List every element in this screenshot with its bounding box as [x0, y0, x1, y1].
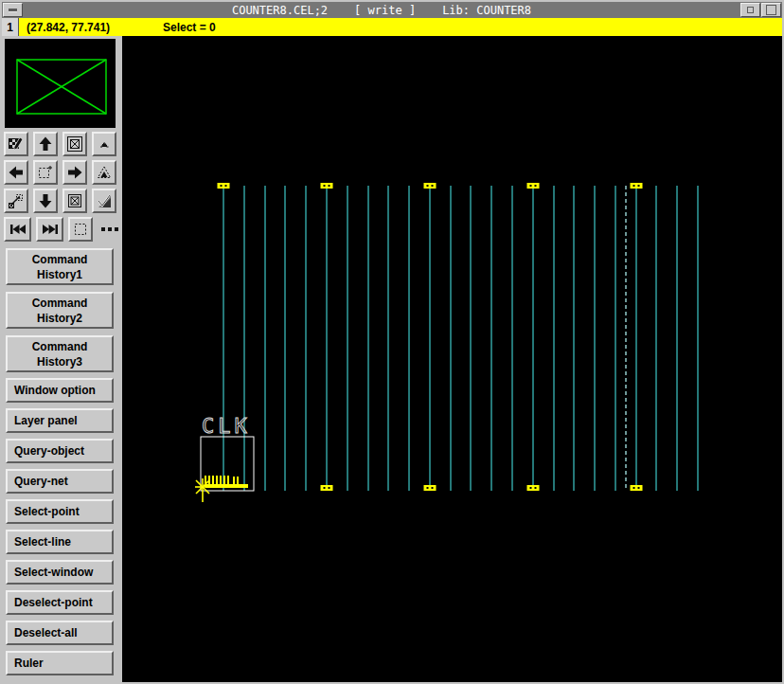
pin-marker-dot [432, 487, 434, 489]
pin-marker-dot [324, 487, 326, 489]
view-last-icon [41, 221, 60, 238]
pin-marker-dot [638, 185, 640, 187]
sidebar-button-query-net[interactable]: Query-net [6, 469, 114, 494]
application-window: COUNTER8.CEL;2 [ write ] Lib: COUNTER8 1… [0, 0, 784, 684]
instance-label: CLK [202, 414, 251, 438]
navigator-panel[interactable] [5, 39, 116, 128]
pan-down-icon [37, 192, 54, 209]
redraw-icon [8, 135, 25, 153]
view-previous-button[interactable] [4, 189, 28, 213]
pin-marker-dot [530, 487, 532, 489]
sidebar-button-query-object[interactable]: Query-object [6, 439, 114, 463]
sidebar-button-window-option[interactable]: Window option [6, 378, 114, 403]
pan-up-button[interactable] [33, 132, 58, 156]
sidebar-button-ruler[interactable]: Ruler [6, 651, 114, 675]
select-area-button[interactable] [68, 217, 93, 242]
zoom-full-button[interactable] [62, 189, 87, 213]
title-bar: COUNTER8.CEL;2 [ write ] Lib: COUNTER8 [2, 2, 782, 18]
pin-marker[interactable] [424, 485, 437, 491]
view-first-icon [9, 221, 27, 238]
sidebar-button-select-point[interactable]: Select-point [6, 499, 114, 524]
pin-marker-dot [225, 185, 227, 187]
maximize-button[interactable] [761, 3, 781, 17]
zoom-fit-button[interactable] [62, 132, 87, 156]
zoom-out-button[interactable] [92, 132, 116, 156]
view-last-button[interactable] [36, 217, 63, 242]
minimize-button[interactable] [740, 3, 760, 17]
status-bar: 1 (27.842, 77.741) Select = 0 [2, 18, 782, 36]
button-label: History2 [37, 312, 82, 325]
tool-sidebar: Command History1 Command History2 Comman… [2, 36, 122, 682]
pin-marker[interactable] [527, 485, 540, 491]
zoom-full-icon [66, 192, 83, 209]
pin-marker-dot [633, 185, 635, 187]
zoom-area-icon [37, 164, 54, 181]
minimize-icon [747, 7, 754, 13]
select-count: Select = 0 [163, 21, 216, 34]
cursor-coordinates: (27.842, 77.741) [27, 21, 110, 34]
window-number-badge: 1 [2, 18, 19, 36]
button-label: History3 [37, 355, 82, 369]
title-cell-name: COUNTER8.CEL;2 [232, 4, 328, 17]
pin-marker-dot [427, 185, 429, 187]
pin-marker[interactable] [527, 183, 540, 189]
pan-up-icon [37, 135, 54, 153]
zoom-out-icon [96, 135, 113, 153]
view-previous-icon [8, 192, 25, 209]
more-options-icon[interactable] [101, 227, 118, 231]
pin-marker[interactable] [631, 485, 643, 491]
select-area-icon [72, 221, 89, 238]
sidebar-button-select-line[interactable]: Select-line [6, 530, 114, 554]
title-write-mode: [ write ] [354, 4, 416, 17]
pin-marker-dot [427, 487, 429, 489]
view-first-button[interactable] [4, 217, 31, 242]
button-label: Command [32, 297, 88, 310]
sidebar-button-select-window[interactable]: Select-window [6, 560, 114, 585]
sidebar-button-deselect-point[interactable]: Deselect-point [6, 590, 114, 615]
zoom-in-button[interactable] [92, 160, 116, 185]
pan-down-button[interactable] [33, 189, 58, 213]
pan-left-button[interactable] [4, 160, 28, 185]
redraw-button[interactable] [4, 132, 28, 156]
pan-right-button[interactable] [62, 160, 87, 185]
zoom-fit-icon [66, 135, 83, 153]
pin-marker-dot [329, 185, 330, 187]
hatch-bar [205, 484, 248, 488]
title-library: Lib: COUNTER8 [442, 4, 531, 17]
pin-marker-dot [530, 185, 532, 187]
command-history3-button[interactable]: Command History3 [6, 335, 114, 372]
pin-marker[interactable] [218, 183, 230, 189]
pin-marker[interactable] [321, 183, 333, 189]
sidebar-button-deselect-all[interactable]: Deselect-all [6, 621, 114, 645]
pin-marker[interactable] [424, 183, 437, 189]
layout-canvas[interactable]: CLK [122, 36, 782, 682]
sidebar-button-layer-panel[interactable]: Layer panel [6, 408, 114, 433]
fill-toggle-icon [96, 192, 113, 209]
pin-marker-dot [221, 185, 223, 187]
fill-toggle-button[interactable] [92, 189, 116, 213]
command-history2-button[interactable]: Command History2 [6, 292, 114, 329]
window-menu-button[interactable] [3, 3, 23, 17]
pin-marker-dot [638, 487, 640, 489]
zoom-area-button[interactable] [33, 160, 58, 185]
button-label: Command [32, 253, 88, 266]
maximize-icon [766, 5, 776, 15]
pin-marker-dot [432, 185, 434, 187]
zoom-in-icon [96, 164, 113, 181]
pin-marker-dot [324, 185, 326, 187]
button-label: History1 [37, 268, 82, 281]
pin-marker-dot [633, 487, 635, 489]
pin-marker-dot [535, 185, 537, 187]
window-title: COUNTER8.CEL;2 [ write ] Lib: COUNTER8 [23, 4, 740, 17]
pin-marker[interactable] [631, 183, 643, 189]
window-menu-icon [9, 9, 17, 12]
button-label: Command [32, 340, 88, 353]
pin-marker-dot [329, 487, 330, 489]
pan-left-icon [8, 164, 25, 181]
pan-right-icon [66, 164, 83, 181]
pin-marker-dot [535, 487, 537, 489]
command-history1-button[interactable]: Command History1 [6, 248, 114, 285]
pin-marker[interactable] [321, 485, 333, 491]
